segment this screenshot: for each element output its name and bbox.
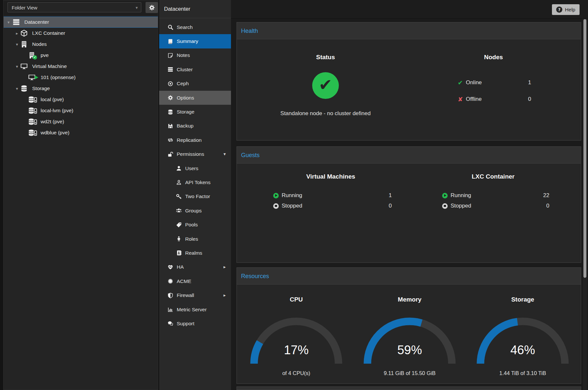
nav-item-ha[interactable]: HA ▶ [159, 260, 231, 274]
tree-row-label: Virtual Machine [32, 63, 67, 69]
nav-item-label: Options [177, 95, 194, 101]
caret-right-icon[interactable]: ▸ [16, 31, 18, 36]
heartbeat-icon [168, 264, 173, 270]
tree-row-label: Nodes [32, 41, 47, 47]
guests-panel-header: Guests [237, 147, 581, 164]
content-scrollbar[interactable] [583, 19, 587, 390]
nav-item-search[interactable]: Search [159, 20, 231, 34]
content-topbar: ? Help [231, 0, 588, 19]
database-drive-icon [28, 118, 37, 125]
nav-item-label: Notes [177, 52, 190, 58]
datacenter-nav-panel: Datacenter Search Summary Notes Cluster … [159, 0, 231, 390]
view-mode-value: Folder View [12, 5, 37, 10]
expand-arrow-icon[interactable]: ▶ [224, 294, 226, 297]
nav-item-label: Metric Server [177, 307, 207, 313]
tree-row-storage-local-lvm[interactable]: local-lvm (pve) [4, 105, 158, 116]
storage-heading: Storage [474, 296, 571, 303]
tree-row-virtual-machine[interactable]: ▾ Virtual Machine [4, 61, 158, 72]
caret-down-icon[interactable]: ▾ [16, 42, 18, 47]
resource-tree: ▾ Datacenter ▸ LXC Container ▾ Nodes ✔ p… [4, 17, 158, 138]
tree-row-label: local-lvm (pve) [41, 108, 73, 114]
nav-item-permissions[interactable]: Permissions ▼ [159, 147, 231, 161]
nav-item-label: Storage [177, 109, 194, 115]
tree-row-datacenter[interactable]: ▾ Datacenter [4, 17, 158, 28]
nav-item-notes[interactable]: Notes [159, 48, 231, 62]
nav-item-label: Two Factor [185, 194, 210, 199]
cpu-gauge-arc [248, 314, 345, 366]
health-panel-title: Health [241, 27, 258, 34]
tree-row-storage-wdblue[interactable]: wdblue (pve) [4, 127, 158, 138]
tag-icon [176, 222, 182, 228]
play-circle-icon [442, 193, 448, 198]
stopped-label: Stopped [282, 203, 302, 209]
health-panel: Health Status Nodes ✔ Standalone node - … [236, 22, 581, 141]
caret-down-icon[interactable]: ▾ [16, 64, 18, 69]
search-icon [168, 24, 173, 30]
guests-panel: Guests Virtual Machines LXC Container Ru… [236, 146, 581, 263]
tree-row-storage-wd2t[interactable]: wd2t (pve) [4, 116, 158, 127]
nav-item-label: Support [177, 321, 194, 327]
expand-arrow-icon[interactable]: ▶ [224, 265, 226, 269]
server-icon [13, 19, 20, 26]
nav-item-storage[interactable]: Storage [159, 105, 231, 119]
nav-item-label: HA [177, 264, 184, 270]
lxc-stopped-count: 0 [546, 203, 549, 209]
nav-item-groups[interactable]: Groups [159, 204, 231, 218]
nav-item-cluster[interactable]: Cluster [159, 62, 231, 76]
tree-row-storage[interactable]: ▾ Storage [4, 83, 158, 94]
running-play-badge-icon [35, 75, 38, 79]
address-book-icon [176, 250, 182, 256]
nav-item-acme[interactable]: ACME [159, 274, 231, 288]
nav-item-api-tokens[interactable]: API Tokens [159, 175, 231, 189]
book-icon [168, 39, 173, 44]
database-icon [20, 85, 28, 92]
unlock-icon [168, 152, 173, 157]
tree-row-label: Storage [32, 86, 50, 91]
tree-row-vm-101[interactable]: 101 (opnsense) [4, 72, 158, 83]
nav-item-options[interactable]: Options [159, 91, 231, 105]
online-count: 1 [528, 79, 531, 86]
scrollbar-thumb[interactable] [583, 19, 586, 278]
nav-item-replication[interactable]: Replication [159, 133, 231, 147]
divider [159, 18, 231, 18]
tree-settings-button[interactable] [146, 2, 158, 13]
person-icon [176, 236, 182, 242]
database-icon [168, 109, 173, 115]
nav-item-roles[interactable]: Roles [159, 232, 231, 246]
tree-row-pve[interactable]: ✔ pve [4, 50, 158, 61]
nav-item-users[interactable]: Users [159, 161, 231, 175]
caret-down-icon[interactable]: ▾ [7, 20, 10, 25]
caret-down-icon[interactable]: ▾ [16, 86, 18, 91]
view-mode-select[interactable]: Folder View ▾ [7, 2, 141, 12]
nav-item-support[interactable]: Support [159, 316, 231, 330]
health-panel-header: Health [237, 22, 581, 39]
cpu-detail: of 4 CPU(s) [248, 370, 345, 376]
nav-item-realms[interactable]: Realms [159, 246, 231, 260]
collapse-arrow-icon[interactable]: ▼ [224, 153, 226, 156]
online-check-badge-icon: ✔ [33, 55, 37, 60]
tree-row-nodes[interactable]: ▾ Nodes [4, 39, 158, 50]
database-drive-icon [28, 107, 37, 114]
nav-item-pools[interactable]: Pools [159, 218, 231, 232]
chevron-down-icon: ▾ [135, 5, 138, 10]
help-button[interactable]: ? Help [552, 4, 580, 15]
nav-item-ceph[interactable]: Ceph [159, 77, 231, 91]
status-ok-icon: ✔ [312, 72, 339, 99]
nav-item-label: Search [177, 24, 193, 30]
nav-item-metric-server[interactable]: Metric Server [159, 303, 231, 316]
tree-row-storage-local[interactable]: local (pve) [4, 94, 158, 105]
nav-item-label: API Tokens [185, 180, 211, 185]
nav-item-backup[interactable]: Backup [159, 119, 231, 133]
nav-item-two-factor[interactable]: Two Factor [159, 190, 231, 204]
nav-item-firewall[interactable]: Firewall ▶ [159, 288, 231, 302]
lxc-running-count: 22 [543, 192, 549, 199]
tree-row-lxc-container[interactable]: ▸ LXC Container [4, 28, 158, 39]
tree-row-label: pve [41, 52, 49, 58]
running-label: Running [451, 192, 471, 199]
vm-running-count: 1 [389, 192, 392, 199]
online-label: Online [466, 79, 482, 86]
offline-label: Offline [466, 96, 482, 102]
memory-percent: 59% [361, 343, 458, 357]
certificate-burst-icon [168, 278, 173, 284]
nav-item-summary[interactable]: Summary [159, 34, 231, 48]
